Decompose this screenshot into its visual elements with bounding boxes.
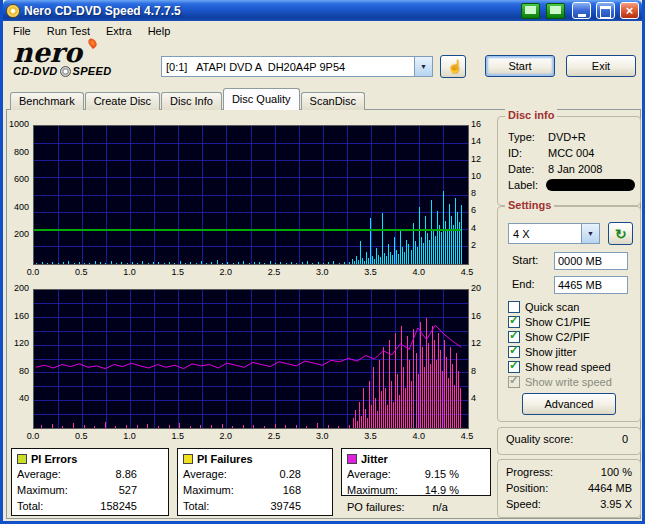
quality-score-panel: Quality score: 0 [497,427,641,455]
checkbox-show-c2-pif[interactable]: ✓ [508,331,520,343]
advanced-button[interactable]: Advanced [522,393,616,415]
chevron-down-icon[interactable]: ▼ [414,57,432,76]
nero-logo-text: nero [13,40,158,65]
disc-info-row-value: DVD+R [548,129,635,145]
disc-info-row: Label: [508,177,635,193]
checkbox-row-quick-scan[interactable]: Quick scan [508,299,636,314]
stat-box-header: PI Failures [183,451,327,466]
axis-label: 14 [471,136,491,146]
checkbox-row-show-c1-pie[interactable]: ✓Show C1/PIE [508,314,636,329]
checkbox-row-show-c2-pif[interactable]: ✓Show C2/PIF [508,329,636,344]
tab-create-disc[interactable]: Create Disc [85,92,160,110]
axis-label: 4 [471,223,491,233]
stat-row-label: Average: [347,466,405,482]
axis-label: 2.5 [262,431,286,441]
axis-label: 6 [471,205,491,215]
stat-row-value: 14.9 % [405,482,485,498]
progress-row-label: Progress: [506,464,553,480]
legend-color-square [183,454,193,464]
application-window: Nero CD-DVD Speed 4.7.7.5 × FileRun Test… [0,0,645,524]
checkbox-row-show-jitter[interactable]: ✓Show jitter [508,344,636,359]
start-position-field[interactable]: 0000 MB [554,252,628,270]
checkbox-label: Quick scan [525,301,579,313]
chevron-down-icon[interactable]: ▼ [581,224,599,243]
checkbox-quick-scan[interactable] [508,301,520,313]
drive-select[interactable]: [0:1] ATAPI DVD A DH20A4P 9P54 ▼ [161,56,433,77]
app-icon [6,4,20,18]
end-position-label: End: [512,278,535,290]
axis-label: 80 [5,366,29,376]
disc-info-row-label: Date: [508,161,548,177]
progress-row-position-: Position:4464 MB [506,480,632,496]
disc-info-row: Date:8 Jan 2008 [508,161,635,177]
checkmark-icon: ✓ [509,343,519,357]
stat-box-title: Jitter [361,453,388,465]
checkbox-row-show-write-speed[interactable]: ✓Show write speed [508,374,636,389]
disc-label-redacted [546,179,635,191]
progress-row-progress-: Progress:100 % [506,464,632,480]
disc-info-caption: Disc info [505,109,557,121]
tab-disc-quality[interactable]: Disc Quality [223,88,300,110]
stat-row-value: 39745 [241,498,327,514]
disc-info-rows: Type:DVD+RID:MCC 004Date:8 Jan 2008Label… [508,129,635,193]
stat-row-value: 8.86 [75,466,163,482]
stat-row-label: Maximum: [347,482,405,498]
disc-info-row-value: 8 Jan 2008 [548,161,635,177]
tab-disc-info[interactable]: Disc Info [161,92,222,110]
checkbox-row-show-read-speed[interactable]: ✓Show read speed [508,359,636,374]
menu-help[interactable]: Help [140,23,179,39]
disc-info-row-label: Type: [508,129,548,145]
axis-label: 4.5 [455,267,479,277]
end-position-field[interactable]: 4465 MB [554,276,628,294]
axis-label: 160 [5,311,29,321]
menu-extra[interactable]: Extra [98,23,140,39]
quality-score-value: 0 [622,433,628,445]
checkbox-show-jitter[interactable]: ✓ [508,346,520,358]
stat-row-average-: Average:9.15 % [347,466,485,482]
exit-button[interactable]: Exit [566,55,636,77]
close-button[interactable]: × [620,2,639,19]
axis-label: 4.0 [407,431,431,441]
scan-speed-select[interactable]: 4 X ▼ [508,223,600,244]
checkbox-show-read-speed[interactable]: ✓ [508,361,520,373]
disc-info-row: ID:MCC 004 [508,145,635,161]
stat-row-average-: Average:8.86 [17,466,163,482]
minimize-button[interactable] [572,2,591,19]
pif-jitter-chart [33,289,469,429]
stat-row-label: Average: [17,466,75,482]
start-button[interactable]: Start [485,55,555,77]
green-monitor-icon-2[interactable] [546,3,565,19]
stat-row-average-: Average:0.28 [183,466,327,482]
axis-label: 2.0 [214,267,238,277]
refresh-button[interactable]: ↻ [608,222,633,245]
maximize-button[interactable] [596,2,615,19]
axis-label: 3.5 [359,267,383,277]
axis-label: 8 [471,366,491,376]
pie-read-speed-chart [33,125,469,265]
axis-label: 400 [5,202,29,212]
pif-jitter-chart-area: 2001601208040201612840.00.51.01.52.02.53… [5,283,497,447]
tab-scandisc[interactable]: ScanDisc [301,92,365,110]
tab-benchmark[interactable]: Benchmark [10,92,84,110]
checkbox-show-c1-pie[interactable]: ✓ [508,316,520,328]
green-monitor-icon-1[interactable] [521,3,540,19]
axis-label: 2.0 [214,431,238,441]
title-bar[interactable]: Nero CD-DVD Speed 4.7.7.5 × [3,0,642,21]
nero-logo: nero CD-DVD SPEED [13,40,158,77]
axis-label: 12 [471,338,491,348]
stat-row-maximum-: Maximum:527 [17,482,163,498]
drive-select-value: [0:1] ATAPI DVD A DH20A4P 9P54 [162,61,414,73]
progress-row-speed-: Speed:3.95 X [506,496,632,512]
tab-strip: BenchmarkCreate DiscDisc InfoDisc Qualit… [10,89,366,110]
stat-row-maximum-: Maximum:14.9 % [347,482,485,498]
stat-row-label: Maximum: [17,482,75,498]
scan-speed-value: 4 X [509,228,581,240]
axis-label: 1.5 [166,267,190,277]
stat-row-label: Total: [17,498,75,514]
hand-icon: ☝ [447,59,463,74]
eject-button[interactable]: ☝ [440,55,466,78]
disc-info-row-label: ID: [508,145,548,161]
axis-label: 16 [471,119,491,129]
po-failures-value: n/a [432,501,447,513]
stat-box-header: PI Errors [17,451,163,466]
